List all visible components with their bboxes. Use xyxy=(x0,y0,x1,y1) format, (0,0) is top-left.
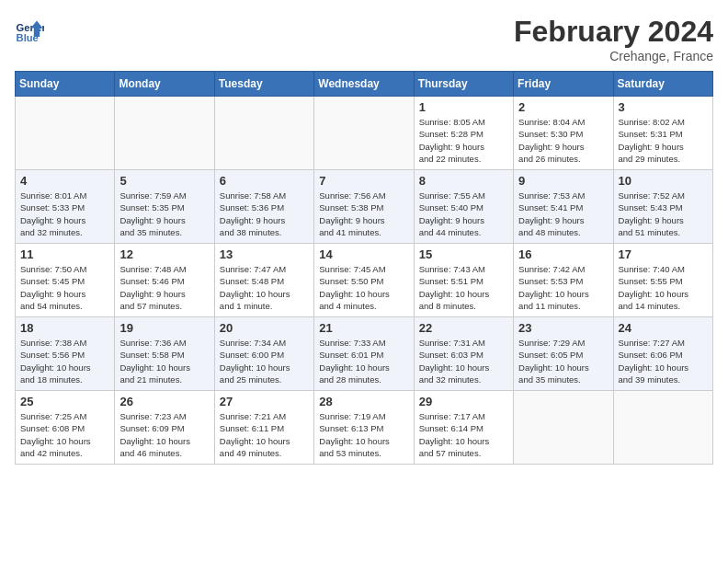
day-number: 20 xyxy=(220,321,309,335)
calendar-day-cell: 7Sunrise: 7:56 AM Sunset: 5:38 PM Daylig… xyxy=(314,170,414,244)
calendar-day-cell: 2Sunrise: 8:04 AM Sunset: 5:30 PM Daylig… xyxy=(514,97,613,170)
calendar-day-cell xyxy=(16,97,115,170)
day-header-sunday: Sunday xyxy=(16,72,115,97)
calendar-day-cell: 29Sunrise: 7:17 AM Sunset: 6:14 PM Dayli… xyxy=(414,391,513,465)
day-number: 22 xyxy=(419,321,508,335)
day-info: Sunrise: 7:25 AM Sunset: 6:08 PM Dayligh… xyxy=(20,410,109,459)
day-info: Sunrise: 7:23 AM Sunset: 6:09 PM Dayligh… xyxy=(119,410,209,459)
calendar-day-cell xyxy=(314,97,414,170)
day-number: 11 xyxy=(20,247,109,261)
calendar-day-cell: 12Sunrise: 7:48 AM Sunset: 5:46 PM Dayli… xyxy=(115,244,214,317)
day-number: 3 xyxy=(619,100,708,114)
calendar-day-cell xyxy=(115,97,214,170)
day-header-thursday: Thursday xyxy=(414,72,513,97)
calendar-day-cell xyxy=(214,97,313,170)
day-info: Sunrise: 8:01 AM Sunset: 5:33 PM Dayligh… xyxy=(20,190,109,238)
day-info: Sunrise: 7:43 AM Sunset: 5:51 PM Dayligh… xyxy=(419,263,508,312)
day-header-friday: Friday xyxy=(514,72,613,97)
calendar-day-cell: 16Sunrise: 7:42 AM Sunset: 5:53 PM Dayli… xyxy=(514,244,613,317)
day-number: 8 xyxy=(419,174,508,188)
day-info: Sunrise: 7:53 AM Sunset: 5:41 PM Dayligh… xyxy=(518,190,608,238)
day-number: 17 xyxy=(619,247,708,261)
day-number: 7 xyxy=(319,174,408,188)
day-number: 19 xyxy=(119,321,209,335)
title-block: February 2024 Crehange, France xyxy=(514,15,713,63)
logo: General Blue xyxy=(15,15,44,44)
day-number: 15 xyxy=(419,247,508,261)
calendar-day-cell: 27Sunrise: 7:21 AM Sunset: 6:11 PM Dayli… xyxy=(214,391,313,465)
day-number: 16 xyxy=(518,247,608,261)
day-header-monday: Monday xyxy=(115,72,214,97)
day-number: 6 xyxy=(220,174,309,188)
day-number: 13 xyxy=(220,247,309,261)
day-info: Sunrise: 7:56 AM Sunset: 5:38 PM Dayligh… xyxy=(319,190,408,238)
day-info: Sunrise: 7:42 AM Sunset: 5:53 PM Dayligh… xyxy=(518,263,608,312)
day-number: 23 xyxy=(518,321,608,335)
calendar-day-cell: 20Sunrise: 7:34 AM Sunset: 6:00 PM Dayli… xyxy=(214,317,313,391)
calendar-day-cell: 15Sunrise: 7:43 AM Sunset: 5:51 PM Dayli… xyxy=(414,244,513,317)
day-header-saturday: Saturday xyxy=(613,72,712,97)
day-number: 10 xyxy=(619,174,708,188)
day-number: 27 xyxy=(220,395,309,408)
day-number: 29 xyxy=(419,395,508,408)
calendar-day-cell: 10Sunrise: 7:52 AM Sunset: 5:43 PM Dayli… xyxy=(613,170,712,244)
calendar-day-cell: 22Sunrise: 7:31 AM Sunset: 6:03 PM Dayli… xyxy=(414,317,513,391)
calendar-day-cell: 28Sunrise: 7:19 AM Sunset: 6:13 PM Dayli… xyxy=(314,391,414,465)
calendar-day-cell: 3Sunrise: 8:02 AM Sunset: 5:31 PM Daylig… xyxy=(613,97,712,170)
calendar-day-cell xyxy=(613,391,712,465)
calendar-day-cell: 13Sunrise: 7:47 AM Sunset: 5:48 PM Dayli… xyxy=(214,244,313,317)
day-info: Sunrise: 7:29 AM Sunset: 6:05 PM Dayligh… xyxy=(518,337,608,385)
day-number: 4 xyxy=(20,174,109,188)
calendar-day-cell: 26Sunrise: 7:23 AM Sunset: 6:09 PM Dayli… xyxy=(115,391,214,465)
calendar-day-cell: 23Sunrise: 7:29 AM Sunset: 6:05 PM Dayli… xyxy=(514,317,613,391)
day-info: Sunrise: 8:02 AM Sunset: 5:31 PM Dayligh… xyxy=(619,116,708,165)
calendar-day-cell: 6Sunrise: 7:58 AM Sunset: 5:36 PM Daylig… xyxy=(214,170,313,244)
day-info: Sunrise: 7:38 AM Sunset: 5:56 PM Dayligh… xyxy=(20,337,109,385)
calendar-day-cell: 5Sunrise: 7:59 AM Sunset: 5:35 PM Daylig… xyxy=(115,170,214,244)
calendar-day-cell: 8Sunrise: 7:55 AM Sunset: 5:40 PM Daylig… xyxy=(414,170,513,244)
calendar-day-cell: 4Sunrise: 8:01 AM Sunset: 5:33 PM Daylig… xyxy=(16,170,115,244)
day-info: Sunrise: 8:05 AM Sunset: 5:28 PM Dayligh… xyxy=(419,116,508,165)
day-info: Sunrise: 7:45 AM Sunset: 5:50 PM Dayligh… xyxy=(319,263,408,312)
calendar-day-cell: 21Sunrise: 7:33 AM Sunset: 6:01 PM Dayli… xyxy=(314,317,414,391)
day-info: Sunrise: 7:27 AM Sunset: 6:06 PM Dayligh… xyxy=(619,337,708,385)
day-info: Sunrise: 7:58 AM Sunset: 5:36 PM Dayligh… xyxy=(220,190,309,238)
day-number: 14 xyxy=(319,247,408,261)
calendar-day-cell xyxy=(514,391,613,465)
calendar-week-row: 4Sunrise: 8:01 AM Sunset: 5:33 PM Daylig… xyxy=(16,170,713,244)
page-header: General Blue February 2024 Crehange, Fra… xyxy=(15,15,713,63)
calendar-day-cell: 18Sunrise: 7:38 AM Sunset: 5:56 PM Dayli… xyxy=(16,317,115,391)
day-info: Sunrise: 7:36 AM Sunset: 5:58 PM Dayligh… xyxy=(119,337,209,385)
day-number: 21 xyxy=(319,321,408,335)
day-info: Sunrise: 7:47 AM Sunset: 5:48 PM Dayligh… xyxy=(220,263,309,312)
calendar-week-row: 18Sunrise: 7:38 AM Sunset: 5:56 PM Dayli… xyxy=(16,317,713,391)
day-number: 28 xyxy=(319,395,408,408)
day-number: 12 xyxy=(119,247,209,261)
calendar-table: SundayMondayTuesdayWednesdayThursdayFrid… xyxy=(15,71,713,465)
day-number: 26 xyxy=(119,395,209,408)
day-number: 5 xyxy=(119,174,209,188)
day-number: 1 xyxy=(419,100,508,114)
day-info: Sunrise: 7:21 AM Sunset: 6:11 PM Dayligh… xyxy=(220,410,309,459)
calendar-week-row: 11Sunrise: 7:50 AM Sunset: 5:45 PM Dayli… xyxy=(16,244,713,317)
day-info: Sunrise: 7:52 AM Sunset: 5:43 PM Dayligh… xyxy=(619,190,708,238)
day-number: 25 xyxy=(20,395,109,408)
day-info: Sunrise: 7:17 AM Sunset: 6:14 PM Dayligh… xyxy=(419,410,508,459)
day-info: Sunrise: 7:48 AM Sunset: 5:46 PM Dayligh… xyxy=(119,263,209,312)
month-title: February 2024 xyxy=(514,15,713,49)
day-number: 2 xyxy=(518,100,608,114)
day-info: Sunrise: 7:40 AM Sunset: 5:55 PM Dayligh… xyxy=(619,263,708,312)
day-info: Sunrise: 7:59 AM Sunset: 5:35 PM Dayligh… xyxy=(119,190,209,238)
calendar-day-cell: 19Sunrise: 7:36 AM Sunset: 5:58 PM Dayli… xyxy=(115,317,214,391)
day-info: Sunrise: 7:34 AM Sunset: 6:00 PM Dayligh… xyxy=(220,337,309,385)
day-info: Sunrise: 7:31 AM Sunset: 6:03 PM Dayligh… xyxy=(419,337,508,385)
calendar-day-cell: 14Sunrise: 7:45 AM Sunset: 5:50 PM Dayli… xyxy=(314,244,414,317)
calendar-header-row: SundayMondayTuesdayWednesdayThursdayFrid… xyxy=(16,72,713,97)
day-info: Sunrise: 7:55 AM Sunset: 5:40 PM Dayligh… xyxy=(419,190,508,238)
calendar-day-cell: 1Sunrise: 8:05 AM Sunset: 5:28 PM Daylig… xyxy=(414,97,513,170)
calendar-day-cell: 25Sunrise: 7:25 AM Sunset: 6:08 PM Dayli… xyxy=(16,391,115,465)
logo-icon: General Blue xyxy=(15,15,44,44)
day-number: 9 xyxy=(518,174,608,188)
day-info: Sunrise: 7:33 AM Sunset: 6:01 PM Dayligh… xyxy=(319,337,408,385)
calendar-day-cell: 17Sunrise: 7:40 AM Sunset: 5:55 PM Dayli… xyxy=(613,244,712,317)
